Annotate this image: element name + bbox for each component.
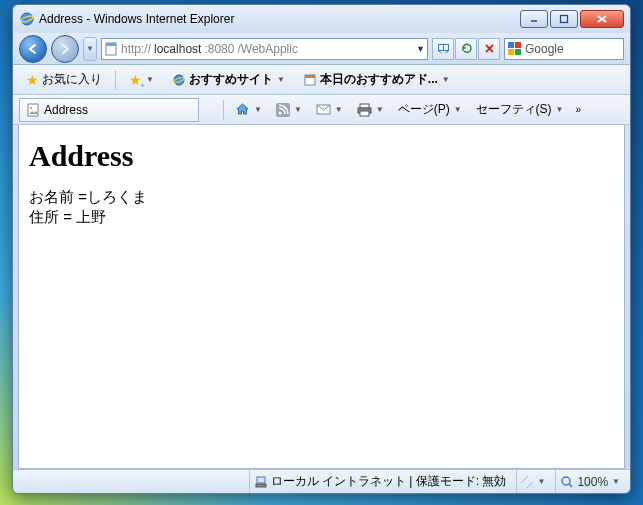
- svg-rect-26: [360, 111, 369, 116]
- zone-label: ローカル イントラネット | 保護モード: 無効: [271, 473, 507, 490]
- safety-menu[interactable]: セーフティ(S)▼: [471, 99, 569, 121]
- content-line-1: お名前 =しろくま: [29, 187, 614, 207]
- svg-rect-13: [508, 49, 514, 55]
- resize-grip[interactable]: ▼: [516, 470, 549, 493]
- nav-toolbar: ▼ http://localhost:8080/WebApplic ▼ Goog…: [13, 33, 630, 65]
- browser-tab[interactable]: Address: [19, 98, 199, 122]
- svg-rect-24: [360, 104, 369, 108]
- titlebar: Address - Windows Internet Explorer: [13, 5, 630, 33]
- separator: [115, 70, 116, 90]
- rss-icon: [276, 103, 290, 117]
- star-icon: ★: [26, 72, 39, 88]
- svg-rect-14: [515, 49, 521, 55]
- window-title: Address - Windows Internet Explorer: [39, 12, 520, 26]
- svg-rect-3: [561, 16, 568, 23]
- ie-icon: [19, 11, 35, 27]
- favorites-bar: ★ お気に入り ★+ ▼ おすすめサイト ▼ 本日のおすすめアド... ▼: [13, 65, 630, 95]
- mail-icon: [316, 103, 331, 116]
- svg-line-30: [527, 482, 533, 488]
- url-host: localhost: [154, 42, 201, 56]
- forward-button[interactable]: [51, 35, 79, 63]
- svg-rect-19: [28, 104, 38, 116]
- compat-view-button[interactable]: [432, 38, 454, 60]
- svg-point-22: [278, 111, 281, 114]
- tab-page-icon: [26, 103, 40, 117]
- close-button[interactable]: [580, 10, 624, 28]
- addons-button[interactable]: 本日のおすすめアド... ▼: [296, 69, 457, 91]
- url-port: :8080: [204, 42, 234, 56]
- zone-status[interactable]: ローカル イントラネット | 保護モード: 無効: [249, 470, 511, 493]
- google-icon: [508, 42, 522, 56]
- svg-point-31: [562, 477, 570, 485]
- feeds-button[interactable]: ▼: [271, 99, 307, 121]
- status-bar: ローカル イントラネット | 保護モード: 無効 ▼ 100% ▼: [13, 469, 630, 493]
- svg-rect-12: [515, 42, 521, 48]
- separator: [223, 100, 224, 120]
- address-actions: [432, 38, 500, 60]
- suggested-sites-label: おすすめサイト: [189, 72, 273, 86]
- page-heading: Address: [29, 139, 614, 173]
- address-dropdown[interactable]: ▼: [416, 44, 425, 54]
- home-button[interactable]: ▼: [230, 99, 267, 121]
- back-button[interactable]: [19, 35, 47, 63]
- maximize-button[interactable]: [550, 10, 578, 28]
- home-icon: [235, 102, 250, 117]
- svg-rect-7: [106, 43, 116, 46]
- search-engine-label: Google: [525, 42, 564, 56]
- url-scheme: http://: [121, 42, 151, 56]
- svg-rect-28: [256, 484, 266, 487]
- search-box[interactable]: Google: [504, 38, 624, 60]
- minimize-button[interactable]: [520, 10, 548, 28]
- url-path: /WebApplic: [237, 42, 297, 56]
- star-add-icon: ★+: [129, 72, 142, 88]
- svg-rect-11: [508, 42, 514, 48]
- content-line-2: 住所 = 上野: [29, 207, 614, 227]
- page-content: Address お名前 =しろくま 住所 = 上野: [18, 125, 625, 469]
- add-favorite-button[interactable]: ★+ ▼: [122, 69, 161, 91]
- svg-rect-27: [257, 477, 265, 483]
- print-icon: [357, 103, 372, 117]
- zoom-control[interactable]: 100% ▼: [555, 470, 624, 493]
- page-menu-label: ページ(P): [398, 101, 450, 118]
- nav-history-dropdown[interactable]: ▼: [83, 37, 97, 61]
- favorites-button[interactable]: ★ お気に入り: [19, 69, 109, 91]
- page-icon: [104, 42, 118, 56]
- tab-title: Address: [44, 103, 88, 117]
- addons-label: 本日のおすすめアド...: [320, 72, 438, 86]
- mail-button[interactable]: ▼: [311, 99, 348, 121]
- stop-button[interactable]: [478, 38, 500, 60]
- page-menu[interactable]: ページ(P)▼: [393, 99, 467, 121]
- cmdbar-overflow[interactable]: »: [573, 99, 585, 121]
- suggested-sites-button[interactable]: おすすめサイト ▼: [165, 69, 292, 91]
- grip-icon: [521, 476, 533, 488]
- ie-mini-icon: [172, 73, 186, 87]
- window-buttons: [520, 10, 624, 28]
- svg-line-32: [569, 484, 572, 487]
- zoom-label: 100%: [577, 475, 608, 489]
- address-bar[interactable]: http://localhost:8080/WebApplic ▼: [101, 38, 428, 60]
- ie-window: Address - Windows Internet Explorer ▼ ht…: [12, 4, 631, 494]
- svg-rect-18: [305, 75, 315, 78]
- svg-line-29: [521, 476, 528, 483]
- refresh-button[interactable]: [455, 38, 477, 60]
- safety-menu-label: セーフティ(S): [476, 101, 552, 118]
- svg-point-20: [30, 106, 32, 108]
- page-slice-icon: [303, 73, 317, 87]
- zoom-icon: [560, 475, 574, 489]
- command-bar: Address ▼ ▼ ▼ ▼ ページ(P)▼ セーフティ(S)▼ »: [13, 95, 630, 125]
- favorites-label: お気に入り: [42, 71, 102, 88]
- intranet-icon: [254, 475, 268, 489]
- print-button[interactable]: ▼: [352, 99, 389, 121]
